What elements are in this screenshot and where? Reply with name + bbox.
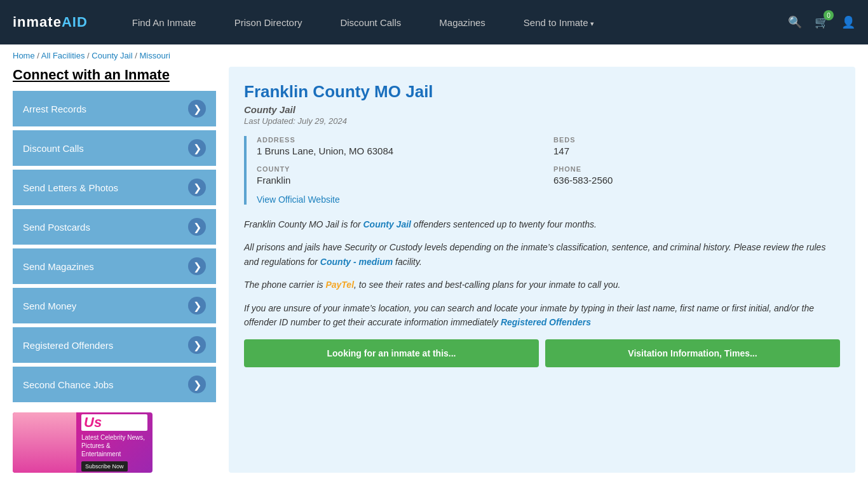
ad-image — [13, 412, 76, 473]
sidebar-btn-discount-calls-label: Discount Calls — [23, 143, 84, 154]
sidebar-btn-send-letters[interactable]: Send Letters & Photos ❯ — [13, 170, 216, 205]
sidebar-btn-send-postcards[interactable]: Send Postcards ❯ — [13, 209, 216, 245]
breadcrumb-home[interactable]: Home — [13, 51, 35, 60]
bottom-buttons: Looking for an inmate at this... Visitat… — [244, 339, 840, 367]
desc3-cont: , to see their rates and best-calling pl… — [354, 280, 620, 290]
desc-para-4: If you are unsure of your inmate’s locat… — [244, 301, 840, 330]
info-row-address-beds: ADDRESS 1 Bruns Lane, Union, MO 63084 BE… — [257, 136, 840, 156]
arrow-icon: ❯ — [188, 139, 206, 157]
sidebar-title: Connect with an Inmate — [13, 67, 216, 83]
facility-info-grid: ADDRESS 1 Bruns Lane, Union, MO 63084 BE… — [244, 136, 840, 205]
phone-value: 636-583-2560 — [553, 175, 840, 186]
county-cell: COUNTY Franklin — [257, 165, 543, 186]
phone-cell: PHONE 636-583-2560 — [553, 165, 840, 186]
registered-offenders-link[interactable]: Registered Offenders — [501, 317, 591, 327]
sidebar-btn-send-magazines[interactable]: Send Magazines ❯ — [13, 248, 216, 284]
desc1-cont: offenders sentenced up to twenty four mo… — [411, 219, 597, 229]
arrow-icon: ❯ — [188, 100, 206, 118]
address-value: 1 Bruns Lane, Union, MO 63084 — [257, 146, 543, 156]
sidebar: Connect with an Inmate Arrest Records ❯ … — [13, 67, 216, 473]
ad-brand: Us — [81, 414, 147, 431]
sidebar-btn-second-chance-jobs-label: Second Chance Jobs — [23, 379, 114, 390]
ad-tagline: Latest Celebrity News, Pictures & Entert… — [81, 433, 147, 458]
breadcrumb: Home / All Facilities / County Jail / Mi… — [0, 44, 868, 67]
nav-prison-directory[interactable]: Prison Directory — [215, 17, 322, 28]
user-icon[interactable]: 👤 — [841, 15, 855, 29]
logo-text: inmateAID — [13, 14, 88, 30]
breadcrumb-county-jail[interactable]: County Jail — [92, 51, 132, 60]
cart-badge: 0 — [824, 10, 834, 20]
sidebar-btn-send-magazines-label: Send Magazines — [23, 261, 94, 272]
sidebar-btn-second-chance-jobs[interactable]: Second Chance Jobs ❯ — [13, 367, 216, 402]
facility-type: County Jail — [244, 104, 840, 115]
sidebar-btn-arrest-records[interactable]: Arrest Records ❯ — [13, 91, 216, 126]
advertisement[interactable]: Us Latest Celebrity News, Pictures & Ent… — [13, 412, 153, 473]
address-label: ADDRESS — [257, 136, 543, 144]
ad-subscribe-button[interactable]: Subscribe Now — [81, 461, 128, 471]
official-website-link[interactable]: View Official Website — [257, 194, 340, 205]
facility-name: Franklin County MO Jail — [244, 82, 840, 102]
main-nav: Find An Inmate Prison Directory Discount… — [113, 17, 788, 28]
sidebar-btn-send-money-label: Send Money — [23, 301, 76, 311]
sidebar-btn-send-postcards-label: Send Postcards — [23, 222, 90, 233]
arrow-icon: ❯ — [188, 376, 206, 393]
visitation-info-button[interactable]: Visitation Information, Times... — [545, 339, 840, 367]
sidebar-btn-discount-calls[interactable]: Discount Calls ❯ — [13, 130, 216, 166]
sidebar-btn-registered-offenders[interactable]: Registered Offenders ❯ — [13, 327, 216, 363]
desc2-cont: facility. — [393, 257, 422, 267]
desc1-text: Franklin County MO Jail is for — [244, 219, 363, 229]
sidebar-btn-send-money[interactable]: Send Money ❯ — [13, 288, 216, 323]
arrow-icon: ❯ — [188, 297, 206, 315]
ad-text: Us Latest Celebrity News, Pictures & Ent… — [76, 412, 153, 473]
beds-label: BEDS — [553, 136, 840, 144]
header-icons: 🔍 🛒 0 👤 — [788, 15, 855, 29]
desc-para-1: Franklin County MO Jail is for County Ja… — [244, 217, 840, 231]
nav-send-to-inmate[interactable]: Send to Inmate — [505, 17, 613, 28]
cart-icon[interactable]: 🛒 0 — [815, 15, 829, 29]
paytel-link[interactable]: PayTel — [325, 280, 354, 290]
facility-updated: Last Updated: July 29, 2024 — [244, 116, 840, 126]
arrow-icon: ❯ — [188, 257, 206, 275]
nav-magazines[interactable]: Magazines — [420, 17, 505, 28]
county-medium-link[interactable]: County - medium — [320, 257, 393, 267]
desc-para-3: The phone carrier is PayTel, to see thei… — [244, 278, 840, 292]
facility-description: Franklin County MO Jail is for County Ja… — [244, 217, 840, 329]
breadcrumb-state[interactable]: Missouri — [139, 51, 170, 60]
county-jail-link[interactable]: County Jail — [363, 219, 411, 229]
facility-panel: Franklin County MO Jail County Jail Last… — [229, 67, 855, 473]
main-header: inmateAID Find An Inmate Prison Director… — [0, 0, 868, 44]
logo-highlight: AID — [62, 14, 88, 30]
address-cell: ADDRESS 1 Bruns Lane, Union, MO 63084 — [257, 136, 543, 156]
logo-area[interactable]: inmateAID — [13, 14, 88, 30]
sidebar-btn-send-letters-label: Send Letters & Photos — [23, 182, 118, 193]
info-row-county-phone: COUNTY Franklin PHONE 636-583-2560 — [257, 165, 840, 186]
arrow-icon: ❯ — [188, 218, 206, 236]
search-icon[interactable]: 🔍 — [788, 15, 802, 29]
county-value: Franklin — [257, 175, 543, 186]
beds-cell: BEDS 147 — [553, 136, 840, 156]
looking-for-inmate-button[interactable]: Looking for an inmate at this... — [244, 339, 539, 367]
desc-para-2: All prisons and jails have Security or C… — [244, 240, 840, 269]
nav-find-inmate[interactable]: Find An Inmate — [113, 17, 215, 28]
breadcrumb-all-facilities[interactable]: All Facilities — [41, 51, 85, 60]
phone-label: PHONE — [553, 165, 840, 173]
county-label: COUNTY — [257, 165, 543, 173]
beds-value: 147 — [553, 146, 840, 156]
arrow-icon: ❯ — [188, 336, 206, 354]
sidebar-btn-registered-offenders-label: Registered Offenders — [23, 340, 113, 351]
main-content: Connect with an Inmate Arrest Records ❯ … — [0, 67, 868, 485]
arrow-icon: ❯ — [188, 179, 206, 196]
desc3-text: The phone carrier is — [244, 280, 325, 290]
nav-discount-calls[interactable]: Discount Calls — [321, 17, 420, 28]
sidebar-btn-arrest-records-label: Arrest Records — [23, 104, 86, 114]
